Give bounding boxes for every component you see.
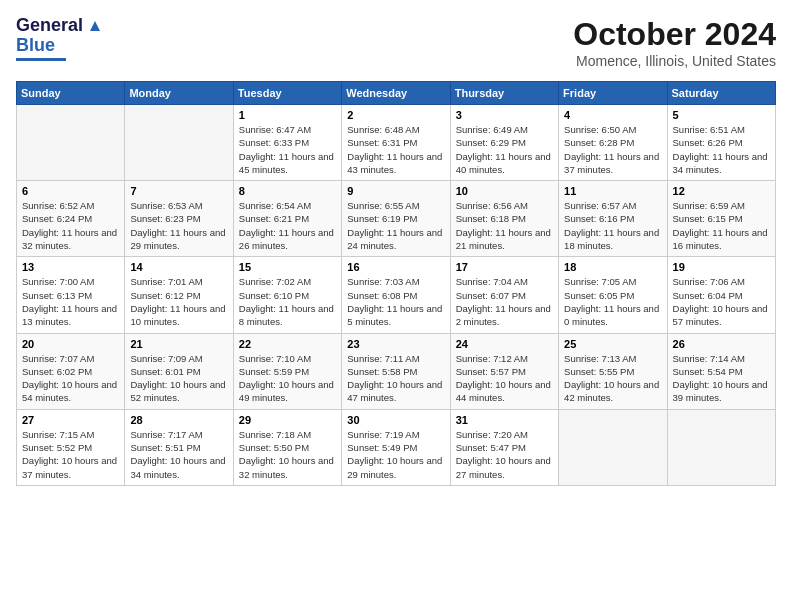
header-cell-monday: Monday [125, 82, 233, 105]
logo: General Blue [16, 16, 105, 61]
logo-text-general: General [16, 16, 83, 36]
calendar-cell: 28Sunrise: 7:17 AM Sunset: 5:51 PM Dayli… [125, 409, 233, 485]
calendar-cell: 5Sunrise: 6:51 AM Sunset: 6:26 PM Daylig… [667, 105, 775, 181]
day-info: Sunrise: 6:59 AM Sunset: 6:15 PM Dayligh… [673, 199, 770, 252]
day-info: Sunrise: 7:10 AM Sunset: 5:59 PM Dayligh… [239, 352, 336, 405]
day-info: Sunrise: 7:13 AM Sunset: 5:55 PM Dayligh… [564, 352, 661, 405]
month-title: October 2024 [573, 16, 776, 53]
header-cell-friday: Friday [559, 82, 667, 105]
calendar-cell: 1Sunrise: 6:47 AM Sunset: 6:33 PM Daylig… [233, 105, 341, 181]
day-info: Sunrise: 7:17 AM Sunset: 5:51 PM Dayligh… [130, 428, 227, 481]
day-number: 2 [347, 109, 444, 121]
calendar-cell: 9Sunrise: 6:55 AM Sunset: 6:19 PM Daylig… [342, 181, 450, 257]
day-info: Sunrise: 7:12 AM Sunset: 5:57 PM Dayligh… [456, 352, 553, 405]
day-number: 7 [130, 185, 227, 197]
day-number: 15 [239, 261, 336, 273]
day-info: Sunrise: 7:20 AM Sunset: 5:47 PM Dayligh… [456, 428, 553, 481]
logo-triangle-icon [85, 16, 105, 36]
day-number: 5 [673, 109, 770, 121]
calendar-cell: 20Sunrise: 7:07 AM Sunset: 6:02 PM Dayli… [17, 333, 125, 409]
calendar-week-1: 1Sunrise: 6:47 AM Sunset: 6:33 PM Daylig… [17, 105, 776, 181]
calendar-cell: 26Sunrise: 7:14 AM Sunset: 5:54 PM Dayli… [667, 333, 775, 409]
page-header: General Blue October 2024 Momence, Illin… [16, 16, 776, 69]
location-title: Momence, Illinois, United States [573, 53, 776, 69]
day-info: Sunrise: 7:19 AM Sunset: 5:49 PM Dayligh… [347, 428, 444, 481]
day-number: 9 [347, 185, 444, 197]
day-info: Sunrise: 6:54 AM Sunset: 6:21 PM Dayligh… [239, 199, 336, 252]
calendar-week-2: 6Sunrise: 6:52 AM Sunset: 6:24 PM Daylig… [17, 181, 776, 257]
day-info: Sunrise: 7:05 AM Sunset: 6:05 PM Dayligh… [564, 275, 661, 328]
day-number: 17 [456, 261, 553, 273]
svg-marker-0 [90, 21, 100, 31]
day-info: Sunrise: 6:48 AM Sunset: 6:31 PM Dayligh… [347, 123, 444, 176]
day-info: Sunrise: 6:50 AM Sunset: 6:28 PM Dayligh… [564, 123, 661, 176]
day-info: Sunrise: 7:15 AM Sunset: 5:52 PM Dayligh… [22, 428, 119, 481]
calendar-cell: 3Sunrise: 6:49 AM Sunset: 6:29 PM Daylig… [450, 105, 558, 181]
calendar-cell: 18Sunrise: 7:05 AM Sunset: 6:05 PM Dayli… [559, 257, 667, 333]
calendar-week-4: 20Sunrise: 7:07 AM Sunset: 6:02 PM Dayli… [17, 333, 776, 409]
day-info: Sunrise: 6:56 AM Sunset: 6:18 PM Dayligh… [456, 199, 553, 252]
calendar-cell: 16Sunrise: 7:03 AM Sunset: 6:08 PM Dayli… [342, 257, 450, 333]
day-info: Sunrise: 7:06 AM Sunset: 6:04 PM Dayligh… [673, 275, 770, 328]
day-info: Sunrise: 7:07 AM Sunset: 6:02 PM Dayligh… [22, 352, 119, 405]
header-cell-tuesday: Tuesday [233, 82, 341, 105]
calendar-cell [125, 105, 233, 181]
day-info: Sunrise: 7:14 AM Sunset: 5:54 PM Dayligh… [673, 352, 770, 405]
day-info: Sunrise: 7:18 AM Sunset: 5:50 PM Dayligh… [239, 428, 336, 481]
day-info: Sunrise: 6:49 AM Sunset: 6:29 PM Dayligh… [456, 123, 553, 176]
calendar-cell: 31Sunrise: 7:20 AM Sunset: 5:47 PM Dayli… [450, 409, 558, 485]
calendar-cell: 8Sunrise: 6:54 AM Sunset: 6:21 PM Daylig… [233, 181, 341, 257]
day-number: 18 [564, 261, 661, 273]
day-info: Sunrise: 7:00 AM Sunset: 6:13 PM Dayligh… [22, 275, 119, 328]
calendar-week-3: 13Sunrise: 7:00 AM Sunset: 6:13 PM Dayli… [17, 257, 776, 333]
calendar-cell [559, 409, 667, 485]
day-info: Sunrise: 7:11 AM Sunset: 5:58 PM Dayligh… [347, 352, 444, 405]
day-number: 23 [347, 338, 444, 350]
header-row: SundayMondayTuesdayWednesdayThursdayFrid… [17, 82, 776, 105]
logo-underline [16, 58, 66, 61]
header-cell-saturday: Saturday [667, 82, 775, 105]
day-info: Sunrise: 6:57 AM Sunset: 6:16 PM Dayligh… [564, 199, 661, 252]
calendar-cell: 4Sunrise: 6:50 AM Sunset: 6:28 PM Daylig… [559, 105, 667, 181]
calendar-cell: 12Sunrise: 6:59 AM Sunset: 6:15 PM Dayli… [667, 181, 775, 257]
calendar-cell: 14Sunrise: 7:01 AM Sunset: 6:12 PM Dayli… [125, 257, 233, 333]
calendar-cell: 25Sunrise: 7:13 AM Sunset: 5:55 PM Dayli… [559, 333, 667, 409]
calendar-cell: 19Sunrise: 7:06 AM Sunset: 6:04 PM Dayli… [667, 257, 775, 333]
calendar-cell: 2Sunrise: 6:48 AM Sunset: 6:31 PM Daylig… [342, 105, 450, 181]
day-number: 29 [239, 414, 336, 426]
calendar-cell: 30Sunrise: 7:19 AM Sunset: 5:49 PM Dayli… [342, 409, 450, 485]
day-number: 4 [564, 109, 661, 121]
day-info: Sunrise: 7:01 AM Sunset: 6:12 PM Dayligh… [130, 275, 227, 328]
day-info: Sunrise: 6:52 AM Sunset: 6:24 PM Dayligh… [22, 199, 119, 252]
calendar-cell: 7Sunrise: 6:53 AM Sunset: 6:23 PM Daylig… [125, 181, 233, 257]
day-info: Sunrise: 7:02 AM Sunset: 6:10 PM Dayligh… [239, 275, 336, 328]
day-number: 28 [130, 414, 227, 426]
calendar-cell: 15Sunrise: 7:02 AM Sunset: 6:10 PM Dayli… [233, 257, 341, 333]
calendar-header: SundayMondayTuesdayWednesdayThursdayFrid… [17, 82, 776, 105]
day-number: 8 [239, 185, 336, 197]
calendar-cell: 23Sunrise: 7:11 AM Sunset: 5:58 PM Dayli… [342, 333, 450, 409]
day-number: 27 [22, 414, 119, 426]
day-number: 14 [130, 261, 227, 273]
calendar-cell: 17Sunrise: 7:04 AM Sunset: 6:07 PM Dayli… [450, 257, 558, 333]
calendar-cell: 22Sunrise: 7:10 AM Sunset: 5:59 PM Dayli… [233, 333, 341, 409]
day-info: Sunrise: 6:55 AM Sunset: 6:19 PM Dayligh… [347, 199, 444, 252]
day-info: Sunrise: 7:03 AM Sunset: 6:08 PM Dayligh… [347, 275, 444, 328]
calendar-cell: 10Sunrise: 6:56 AM Sunset: 6:18 PM Dayli… [450, 181, 558, 257]
day-number: 6 [22, 185, 119, 197]
calendar-body: 1Sunrise: 6:47 AM Sunset: 6:33 PM Daylig… [17, 105, 776, 486]
day-number: 19 [673, 261, 770, 273]
day-number: 16 [347, 261, 444, 273]
day-number: 1 [239, 109, 336, 121]
calendar-cell: 11Sunrise: 6:57 AM Sunset: 6:16 PM Dayli… [559, 181, 667, 257]
calendar-cell: 24Sunrise: 7:12 AM Sunset: 5:57 PM Dayli… [450, 333, 558, 409]
day-number: 21 [130, 338, 227, 350]
title-block: October 2024 Momence, Illinois, United S… [573, 16, 776, 69]
day-number: 26 [673, 338, 770, 350]
calendar-cell [667, 409, 775, 485]
calendar-week-5: 27Sunrise: 7:15 AM Sunset: 5:52 PM Dayli… [17, 409, 776, 485]
logo-text-blue: Blue [16, 36, 55, 56]
header-cell-sunday: Sunday [17, 82, 125, 105]
day-info: Sunrise: 7:09 AM Sunset: 6:01 PM Dayligh… [130, 352, 227, 405]
day-number: 25 [564, 338, 661, 350]
